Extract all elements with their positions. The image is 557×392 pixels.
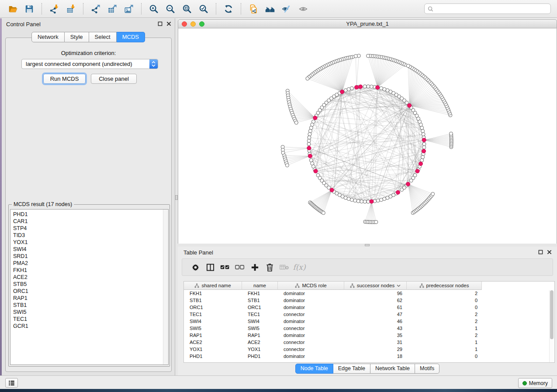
delete-column-button[interactable] xyxy=(262,261,277,274)
column-header-predecessor-nodes[interactable]: predecessor nodes xyxy=(407,282,482,290)
mcds-result-item[interactable]: PMA2 xyxy=(10,260,163,267)
float-panel-icon[interactable] xyxy=(538,250,543,254)
first-neighbors-button[interactable] xyxy=(263,2,277,16)
graph-node[interactable] xyxy=(363,200,367,203)
column-header-name[interactable]: name xyxy=(242,282,278,290)
graph-node[interactable] xyxy=(354,55,357,58)
graph-dominator-node[interactable] xyxy=(359,85,363,89)
graph-node[interactable] xyxy=(421,129,425,133)
unselect-all-button[interactable] xyxy=(232,261,247,274)
mcds-result-item[interactable]: SRD1 xyxy=(10,253,163,260)
column-header-shared-name[interactable]: shared name xyxy=(184,282,242,290)
table-row[interactable]: PHD1PHD1dominator180 xyxy=(184,353,554,360)
tab-network[interactable]: Network xyxy=(31,32,65,42)
graph-dominator-node[interactable] xyxy=(415,169,419,173)
search-input[interactable] xyxy=(436,5,547,12)
splitter-grip[interactable] xyxy=(365,244,370,246)
float-panel-icon[interactable] xyxy=(158,21,163,26)
mcds-result-item[interactable]: STP4 xyxy=(10,225,163,232)
graph-node[interactable] xyxy=(374,220,378,224)
graph-node[interactable] xyxy=(422,146,426,149)
table-row[interactable]: TEC1TEC1connector472 xyxy=(184,311,554,318)
graph-dominator-node[interactable] xyxy=(370,199,374,203)
tab-select[interactable]: Select xyxy=(89,32,117,42)
graph-node[interactable] xyxy=(450,132,453,135)
graph-dominator-node[interactable] xyxy=(308,154,312,158)
mcds-result-list[interactable]: PHD1CAR1STP4TID3YOX1SWI4SRD1PMA2FKH1ACE2… xyxy=(10,209,169,365)
table-row[interactable]: YOX1YOX1connector291 xyxy=(184,346,554,353)
graph-node[interactable] xyxy=(327,186,331,189)
graph-dominator-node[interactable] xyxy=(396,190,400,194)
graph-node[interactable] xyxy=(367,54,370,58)
graph-node[interactable] xyxy=(309,126,313,130)
zoom-fit-button[interactable] xyxy=(180,2,194,16)
mcds-result-item[interactable]: ORC1 xyxy=(10,288,163,295)
graph-dominator-node[interactable] xyxy=(330,188,334,192)
graph-dominator-node[interactable] xyxy=(406,182,410,186)
graph-node[interactable] xyxy=(308,136,311,139)
graph-dominator-node[interactable] xyxy=(355,85,359,89)
run-mcds-button[interactable]: Run MCDS xyxy=(43,74,86,84)
graph-node[interactable] xyxy=(307,139,311,143)
table-row[interactable]: ORC1ORC1dominator610 xyxy=(184,304,554,311)
graph-dominator-node[interactable] xyxy=(314,169,318,173)
graph-node[interactable] xyxy=(431,192,435,196)
clone-network-button[interactable] xyxy=(246,2,261,16)
import-table-button[interactable] xyxy=(63,2,78,16)
mcds-result-item[interactable]: GCR1 xyxy=(10,323,163,330)
export-image-button[interactable] xyxy=(121,2,136,16)
delete-table-button[interactable] xyxy=(277,261,292,274)
tab-motifs[interactable]: Motifs xyxy=(415,364,439,374)
search-field[interactable] xyxy=(424,3,551,14)
mcds-result-item[interactable]: FKH1 xyxy=(10,267,163,274)
graph-node[interactable] xyxy=(308,133,311,136)
graph-dominator-node[interactable] xyxy=(422,138,426,142)
mcds-result-item[interactable]: PHD1 xyxy=(10,211,163,218)
table-row[interactable]: SWI4SWI4dominator462 xyxy=(184,318,554,325)
column-header-successor-nodes[interactable]: successor nodes xyxy=(344,282,407,290)
mcds-result-item[interactable]: STB1 xyxy=(10,302,163,309)
graph-dominator-node[interactable] xyxy=(307,146,311,150)
mcds-result-item[interactable]: TID3 xyxy=(10,232,163,239)
show-columns-button[interactable] xyxy=(203,261,218,274)
table-row[interactable]: FKH1FKH1dominator962 xyxy=(184,290,554,297)
graph-dominator-node[interactable] xyxy=(313,116,317,120)
save-session-button[interactable] xyxy=(22,2,37,16)
graph-node[interactable] xyxy=(422,142,426,146)
graph-dominator-node[interactable] xyxy=(376,86,380,89)
horizontal-splitter[interactable] xyxy=(178,244,557,247)
mcds-list-scrollbar[interactable] xyxy=(163,210,168,364)
tab-node-table[interactable]: Node Table xyxy=(295,364,333,374)
function-builder-button[interactable]: f(x) xyxy=(292,261,307,274)
graph-node[interactable] xyxy=(285,164,289,167)
zoom-in-button[interactable] xyxy=(146,2,161,16)
add-column-button[interactable] xyxy=(247,261,262,274)
graph-dominator-node[interactable] xyxy=(419,162,422,166)
tab-style[interactable]: Style xyxy=(65,32,89,42)
graph-dominator-node[interactable] xyxy=(340,90,344,94)
zoom-out-button[interactable] xyxy=(163,2,178,16)
table-row[interactable]: STB1STB1dominator620 xyxy=(184,297,554,304)
mcds-result-item[interactable]: STB5 xyxy=(10,281,163,288)
graph-node[interactable] xyxy=(307,142,311,146)
network-canvas[interactable] xyxy=(178,28,557,244)
hide-selected-button[interactable] xyxy=(279,2,294,16)
graph-node[interactable] xyxy=(350,198,353,202)
refresh-layout-button[interactable] xyxy=(221,2,236,16)
graph-node[interactable] xyxy=(294,121,298,124)
graph-node[interactable] xyxy=(420,158,424,162)
graph-node[interactable] xyxy=(406,64,410,68)
graph-node[interactable] xyxy=(380,86,383,90)
mcds-result-item[interactable]: ACE2 xyxy=(10,274,163,281)
graph-node[interactable] xyxy=(421,155,425,159)
mcds-result-item[interactable]: YOX1 xyxy=(10,239,163,246)
mcds-result-item[interactable]: TEC1 xyxy=(10,316,163,323)
tab-edge-table[interactable]: Edge Table xyxy=(333,364,370,374)
graph-node[interactable] xyxy=(344,89,347,92)
graph-node[interactable] xyxy=(363,85,367,88)
graph-dominator-node[interactable] xyxy=(422,149,426,153)
graph-node[interactable] xyxy=(413,173,417,177)
select-all-button[interactable] xyxy=(218,261,232,274)
export-table-button[interactable] xyxy=(105,2,120,16)
zoom-selected-button[interactable] xyxy=(196,2,211,16)
